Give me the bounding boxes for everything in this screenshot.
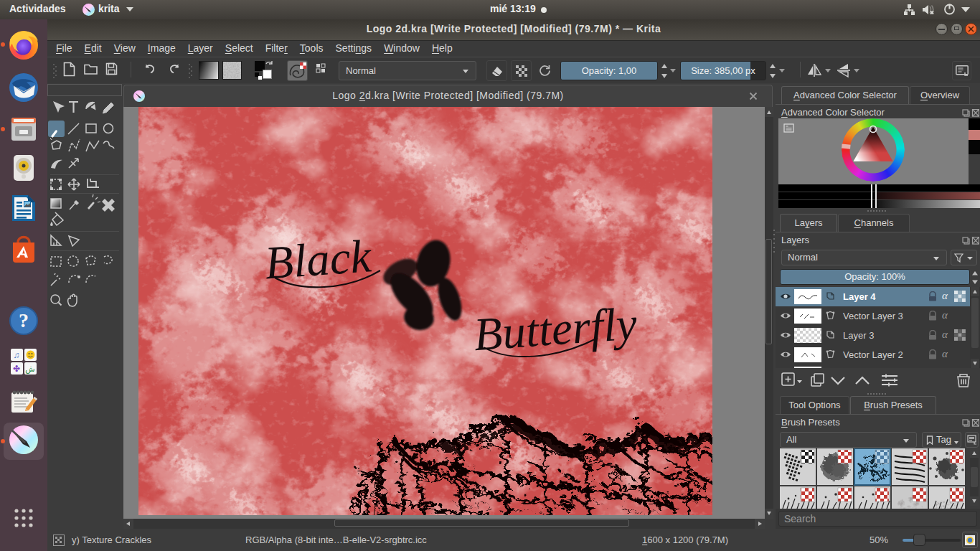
svg-text:✤: ✤ (13, 364, 20, 374)
svg-text:♫: ♫ (14, 350, 20, 360)
svg-text:?: ? (19, 309, 29, 331)
svg-text:ش: ش (25, 364, 34, 374)
